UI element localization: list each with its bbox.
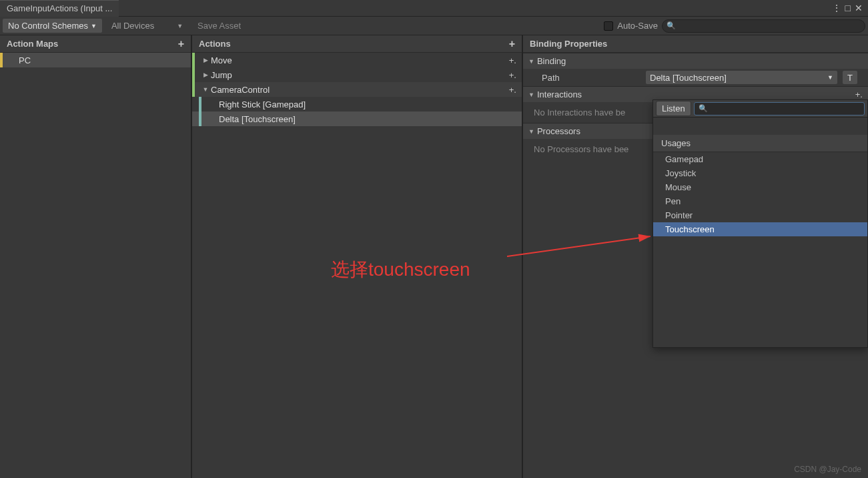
watermark: CSDN @Jay-Code [794, 465, 861, 474]
action-item-jump[interactable]: ▶ Jump +. [192, 67, 522, 82]
action-label: Move [209, 55, 232, 65]
popup-item-pen[interactable]: Pen [653, 194, 867, 208]
menu-icon[interactable]: ⋮ [832, 3, 841, 13]
binding-item-delta[interactable]: Delta [Touchscreen] [192, 111, 522, 126]
maximize-icon[interactable]: □ [845, 3, 851, 13]
interactions-label: Interactions [537, 89, 582, 99]
devices-dropdown[interactable]: All Devices ▼ [106, 19, 188, 33]
add-action-map-button[interactable]: + [178, 38, 184, 50]
properties-title: Binding Properties [530, 39, 607, 49]
window-tab[interactable]: GameInputActions (Input ... [0, 0, 119, 17]
foldout-icon[interactable]: ▶ [201, 57, 209, 63]
path-row: Path Delta [Touchscreen] ▼ T [523, 69, 868, 86]
auto-save-group: Auto-Save 🔍 [604, 19, 865, 33]
chevron-down-icon: ▼ [177, 23, 183, 29]
window-title: GameInputActions (Input ... [7, 3, 112, 13]
binding-item-rightstick[interactable]: Right Stick [Gamepad] [192, 97, 522, 111]
chevron-down-icon: ▼ [827, 74, 833, 81]
auto-save-checkbox[interactable] [604, 21, 613, 31]
binding-section-label: Binding [537, 56, 566, 66]
popup-item-mouse[interactable]: Mouse [653, 180, 867, 194]
add-binding-button[interactable]: +. [509, 70, 516, 80]
color-bar [199, 97, 201, 111]
actions-header: Actions + [192, 35, 522, 53]
binding-label: Delta [Touchscreen] [218, 114, 296, 124]
save-asset-button[interactable]: Save Asset [192, 19, 246, 33]
popup-item-joystick[interactable]: Joystick [653, 166, 867, 180]
foldout-icon[interactable]: ▼ [201, 86, 209, 93]
foldout-icon[interactable]: ▶ [201, 71, 209, 78]
popup-item-touchscreen[interactable]: Touchscreen [653, 222, 867, 236]
popup-item-gamepad[interactable]: Gamepad [653, 152, 867, 166]
action-maps-column: Action Maps + PC [0, 35, 192, 478]
actions-body: ▶ Move +. ▶ Jump +. ▼ CameraControl +. [192, 53, 522, 478]
path-label: Path [534, 73, 640, 83]
add-binding-button[interactable]: +. [509, 85, 516, 95]
color-bar [192, 53, 195, 67]
processors-label: Processors [537, 126, 580, 136]
binding-label: Right Stick [Gamepad] [218, 99, 306, 109]
t-button[interactable]: T [843, 71, 857, 84]
action-maps-header: Action Maps + [0, 35, 191, 53]
action-item-move[interactable]: ▶ Move +. [192, 53, 522, 67]
popup-section-usages: Usages [653, 135, 867, 152]
action-label: CameraControl [209, 85, 270, 95]
path-dropdown[interactable]: Delta [Touchscreen] ▼ [646, 71, 837, 84]
foldout-icon: ▼ [528, 58, 534, 65]
action-maps-body: PC [0, 53, 191, 478]
devices-label: All Devices [111, 21, 154, 31]
auto-save-label: Auto-Save [617, 21, 658, 31]
search-icon: 🔍 [667, 21, 676, 30]
popup-toolbar: Listen 🔍 [653, 100, 867, 117]
close-icon[interactable]: ✕ [855, 3, 863, 13]
window-controls: ⋮ □ ✕ [832, 3, 868, 13]
chevron-down-icon: ▼ [91, 23, 97, 29]
path-picker-popup: Listen 🔍 Usages Gamepad Joystick Mouse P… [653, 99, 868, 348]
search-input-top[interactable]: 🔍 [662, 19, 865, 33]
add-action-button[interactable]: + [509, 38, 515, 50]
add-interaction-button[interactable]: +. [855, 89, 863, 99]
actions-column: Actions + ▶ Move +. ▶ Jump +. ▼ [192, 35, 523, 478]
color-bar [0, 53, 3, 67]
actions-title: Actions [199, 39, 231, 49]
action-map-label: PC [5, 55, 31, 65]
path-value: Delta [Touchscreen] [650, 73, 727, 83]
popup-search-input[interactable]: 🔍 [694, 102, 865, 115]
control-schemes-label: No Control Schemes [8, 21, 88, 31]
binding-section-header[interactable]: ▼ Binding [523, 53, 868, 69]
control-schemes-dropdown[interactable]: No Control Schemes ▼ [3, 19, 102, 33]
foldout-icon: ▼ [528, 91, 534, 98]
search-icon: 🔍 [699, 104, 708, 113]
popup-item-pointer[interactable]: Pointer [653, 208, 867, 222]
color-bar [192, 67, 195, 82]
action-item-cameracontrol[interactable]: ▼ CameraControl +. [192, 82, 522, 97]
action-map-item-pc[interactable]: PC [0, 53, 191, 67]
color-bar [199, 111, 201, 126]
properties-header: Binding Properties [523, 35, 868, 53]
action-maps-title: Action Maps [7, 39, 58, 49]
titlebar: GameInputActions (Input ... ⋮ □ ✕ [0, 0, 868, 17]
color-bar [192, 82, 195, 97]
add-binding-button[interactable]: +. [509, 55, 516, 65]
listen-button[interactable]: Listen [656, 101, 691, 116]
action-label: Jump [209, 70, 232, 80]
foldout-icon: ▼ [528, 128, 534, 135]
toolbar: No Control Schemes ▼ All Devices ▼ Save … [0, 17, 868, 35]
